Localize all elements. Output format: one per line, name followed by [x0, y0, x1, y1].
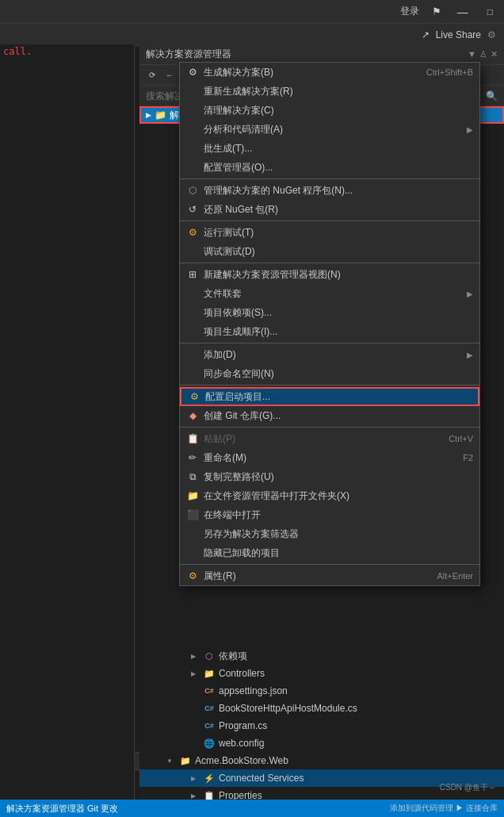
menu-rename-shortcut: F2: [447, 453, 473, 462]
tree-item-acmebookstoreweb[interactable]: ▼ 📁 Acme.BookStore.Web: [139, 752, 504, 769]
menu-openexplorer-label: 在文件资源管理器中打开文件夹(X): [204, 489, 473, 503]
menu-syncns-icon: [186, 367, 199, 380]
status-left[interactable]: 解决方案资源管理器 Git 更改: [6, 803, 384, 815]
expand-acmeweb-icon: ▼: [163, 754, 176, 767]
menu-projdeps-icon: [186, 306, 199, 319]
menu-newview[interactable]: ⊞ 新建解决方案资源管理器视图(N): [180, 265, 479, 284]
person-icon: ⚑: [432, 6, 441, 17]
code-line-call: call.: [0, 44, 134, 59]
menu-divider-1: [180, 178, 479, 179]
code-area: call.: [0, 44, 135, 800]
menu-buildorder-label: 项目生成顺序(I)...: [204, 325, 473, 339]
menu-setstartup-icon: ⚙: [188, 390, 200, 403]
menu-openterminal-icon: ⬛: [186, 508, 199, 521]
menu-build-shortcut: Ctrl+Shift+B: [410, 67, 473, 77]
panel-close-btn[interactable]: ✕: [491, 49, 498, 59]
menu-saveas-label: 另存为解决方案筛选器: [204, 527, 473, 541]
menu-rename[interactable]: ✏ 重命名(M) F2: [180, 448, 479, 467]
menu-build-label: 生成解决方案(B): [204, 66, 406, 79]
restore-button[interactable]: □: [484, 6, 496, 17]
menu-openexplorer[interactable]: 📁 在文件资源管理器中打开文件夹(X): [180, 486, 479, 505]
solution-explorer-panel: 解决方案资源管理器 ▼ ♙ ✕ ⟳ ← ⊞ ⊟ ≡ ⚙ 📌 🔍 ▶ 📁 解决方案…: [139, 44, 504, 800]
menu-nuget-icon: ⬡: [186, 184, 199, 197]
login-label[interactable]: 登录: [400, 5, 419, 18]
menu-clean-icon: [186, 104, 199, 117]
menu-paste[interactable]: 📋 粘贴(P) Ctrl+V: [180, 429, 479, 448]
menu-properties-icon: ⚙: [186, 570, 199, 582]
menu-hideunload-icon: [186, 547, 199, 559]
menu-openterminal[interactable]: ⬛ 在终端中打开: [180, 505, 479, 524]
menu-saveas[interactable]: 另存为解决方案筛选器: [180, 524, 479, 543]
menu-analyze-arrow: ▶: [467, 125, 473, 134]
menu-copypath[interactable]: ⧉ 复制完整路径(U): [180, 467, 479, 486]
menu-rename-icon: ✏: [186, 451, 199, 464]
search-icon[interactable]: 🔍: [486, 90, 498, 102]
menu-fileset[interactable]: 文件联套 ▶: [180, 284, 479, 303]
expand-appsettings-icon: [187, 685, 200, 697]
live-share-bar: ↗ Live Share ⚙: [0, 24, 504, 46]
menu-fileset-label: 文件联套: [204, 287, 462, 301]
menu-fileset-arrow: ▶: [467, 290, 473, 298]
tree-item-controllers[interactable]: ▶ 📁 Controllers: [139, 665, 504, 682]
menu-add-icon: [186, 348, 199, 361]
code-text-call: call.: [3, 46, 32, 57]
menu-batch[interactable]: 批生成(T)...: [180, 139, 479, 158]
menu-batch-icon: [186, 142, 199, 155]
menu-analyze[interactable]: 分析和代码清理(A) ▶: [180, 120, 479, 139]
tree-item-appsettings[interactable]: C# appsettings.json: [139, 682, 504, 700]
menu-creategit-label: 创建 Git 仓库(G)...: [204, 409, 473, 423]
menu-creategit[interactable]: ◆ 创建 Git 仓库(G)...: [180, 406, 479, 425]
menu-newview-label: 新建解决方案资源管理器视图(N): [204, 268, 473, 282]
menu-buildorder[interactable]: 项目生成顺序(I)...: [180, 322, 479, 341]
menu-divider-5: [180, 385, 479, 385]
share-icon: ↗: [422, 29, 430, 40]
tree-item-bookhostmodule[interactable]: C# BookStoreHttpApiHostModule.cs: [139, 700, 504, 717]
menu-clean[interactable]: 清理解决方案(C): [180, 101, 479, 120]
menu-configmgr[interactable]: 配置管理器(O)...: [180, 158, 479, 177]
menu-runtests[interactable]: ⚙ 运行测试(T): [180, 223, 479, 242]
toolbar-back-btn[interactable]: ←: [162, 67, 178, 83]
menu-debugtests[interactable]: 调试测试(D): [180, 242, 479, 261]
menu-build[interactable]: ⚙ 生成解决方案(B) Ctrl+Shift+B: [180, 63, 479, 82]
menu-debugtests-icon: [186, 245, 199, 258]
appsettings-label: appsettings.json: [219, 685, 288, 696]
menu-paste-icon: 📋: [186, 432, 199, 445]
menu-divider-2: [180, 221, 479, 221]
minimize-button[interactable]: —: [454, 6, 472, 18]
dependencies-label: 依赖项: [219, 650, 247, 663]
menu-add[interactable]: 添加(D) ▶: [180, 345, 479, 364]
top-bar: 登录 ⚑ — □: [0, 0, 504, 24]
liveshare-icon2: ⚙: [487, 29, 496, 40]
menu-rebuild[interactable]: 重新生成解决方案(R): [180, 82, 479, 101]
menu-properties[interactable]: ⚙ 属性(R) Alt+Enter: [180, 566, 479, 585]
panel-title: 解决方案资源管理器: [146, 48, 231, 61]
menu-runtests-icon: ⚙: [186, 226, 199, 239]
menu-properties-label: 属性(R): [204, 570, 416, 583]
menu-divider-3: [180, 263, 479, 263]
menu-fileset-icon: [186, 287, 199, 300]
tree-item-dependencies[interactable]: ▶ ⬡ 依赖项: [139, 647, 504, 665]
menu-nuget[interactable]: ⬡ 管理解决方案的 NuGet 程序包(N)...: [180, 181, 479, 200]
status-right[interactable]: 添加到源代码管理 ▶ 连接合库: [390, 803, 498, 814]
tree-item-webconfig[interactable]: 🌐 web.config: [139, 735, 504, 752]
menu-setstartup[interactable]: ⚙ 配置启动项目...: [180, 387, 479, 406]
programcs-icon: C#: [203, 719, 216, 732]
expand-connectedservices-icon: ▶: [187, 772, 200, 784]
menu-copypath-icon: ⧉: [186, 470, 199, 483]
menu-projdeps[interactable]: 项目依赖项(S)...: [180, 303, 479, 322]
menu-restorenug[interactable]: ↺ 还原 NuGet 包(R): [180, 200, 479, 219]
menu-nuget-label: 管理解决方案的 NuGet 程序包(N)...: [204, 184, 473, 198]
panel-pin-btn[interactable]: ▼: [468, 49, 476, 59]
menu-divider-6: [180, 427, 479, 428]
panel-dock-btn[interactable]: ♙: [479, 49, 487, 59]
menu-add-label: 添加(D): [204, 348, 462, 362]
live-share-label[interactable]: Live Share: [436, 29, 481, 40]
menu-hideunload[interactable]: 隐藏已卸载的项目: [180, 543, 479, 562]
menu-paste-label: 粘贴(P): [204, 432, 428, 446]
programcs-label: Program.cs: [219, 720, 267, 731]
menu-syncns[interactable]: 同步命名空间(N): [180, 364, 479, 383]
toolbar-refresh-btn[interactable]: ⟳: [144, 67, 160, 83]
controllers-label: Controllers: [219, 668, 265, 679]
menu-configmgr-icon: [186, 161, 199, 174]
tree-item-programcs[interactable]: C# Program.cs: [139, 717, 504, 735]
